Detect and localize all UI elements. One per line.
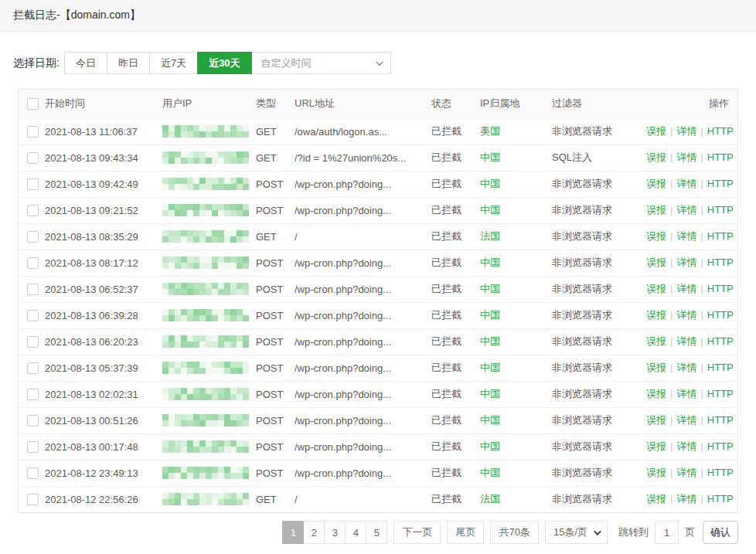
action-separator: | xyxy=(700,414,703,426)
action-link-http[interactable]: HTTP xyxy=(707,414,734,426)
action-separator: | xyxy=(670,125,673,137)
action-link-http[interactable]: HTTP xyxy=(707,204,734,216)
action-link-misreport[interactable]: 误报 xyxy=(646,414,666,426)
action-link-misreport[interactable]: 误报 xyxy=(646,125,666,137)
user-ip-cell xyxy=(162,276,256,302)
action-link-http[interactable]: HTTP xyxy=(707,335,734,347)
action-link-misreport[interactable]: 误报 xyxy=(646,467,666,478)
action-link-detail[interactable]: 详情 xyxy=(676,257,696,268)
next-page-button[interactable]: 下一页 xyxy=(393,521,441,544)
action-link-misreport[interactable]: 误报 xyxy=(646,230,666,242)
date-range-button[interactable]: 今日 xyxy=(64,52,107,74)
blurred-ip xyxy=(162,440,249,453)
action-link-detail[interactable]: 详情 xyxy=(676,283,696,294)
action-separator: | xyxy=(700,440,703,452)
action-link-misreport[interactable]: 误报 xyxy=(646,283,666,294)
row-checkbox[interactable] xyxy=(27,415,39,427)
row-checkbox[interactable] xyxy=(27,152,39,164)
action-link-http[interactable]: HTTP xyxy=(707,362,734,373)
row-checkbox-cell xyxy=(19,144,45,171)
row-actions: 误报|详情|HTTP xyxy=(646,302,737,328)
row-checkbox[interactable] xyxy=(27,441,39,453)
action-link-misreport[interactable]: 误报 xyxy=(646,309,666,321)
action-link-detail[interactable]: 详情 xyxy=(676,440,696,452)
start-time: 2021-08-13 09:21:52 xyxy=(45,197,162,223)
action-link-http[interactable]: HTTP xyxy=(707,388,734,399)
row-checkbox-cell xyxy=(19,486,45,512)
action-link-detail[interactable]: 详情 xyxy=(676,414,696,426)
action-link-detail[interactable]: 详情 xyxy=(676,125,696,137)
action-link-detail[interactable]: 详情 xyxy=(676,335,696,347)
row-checkbox[interactable] xyxy=(27,467,39,479)
action-link-http[interactable]: HTTP xyxy=(707,178,734,189)
start-time: 2021-08-13 00:51:26 xyxy=(45,407,162,433)
row-checkbox[interactable] xyxy=(27,389,39,400)
date-range-button[interactable]: 近30天 xyxy=(197,52,251,74)
action-link-detail[interactable]: 详情 xyxy=(676,151,696,163)
action-separator: | xyxy=(700,125,703,137)
row-checkbox[interactable] xyxy=(27,310,39,321)
page-number-button[interactable]: 3 xyxy=(324,521,346,544)
select-all-cell xyxy=(19,90,45,118)
row-checkbox[interactable] xyxy=(27,126,39,138)
row-checkbox[interactable] xyxy=(27,336,39,348)
action-link-http[interactable]: HTTP xyxy=(707,309,734,321)
select-all-checkbox[interactable] xyxy=(27,98,39,110)
row-checkbox[interactable] xyxy=(27,231,39,243)
action-link-detail[interactable]: 详情 xyxy=(676,388,696,399)
confirm-button[interactable]: 确认 xyxy=(703,521,738,544)
user-ip-cell xyxy=(162,328,256,355)
action-link-detail[interactable]: 详情 xyxy=(676,230,696,242)
row-checkbox[interactable] xyxy=(27,494,39,505)
page-number-button[interactable]: 1 xyxy=(282,521,304,544)
row-checkbox[interactable] xyxy=(27,257,39,269)
action-link-http[interactable]: HTTP xyxy=(707,493,734,505)
action-link-detail[interactable]: 详情 xyxy=(676,467,696,478)
action-link-misreport[interactable]: 误报 xyxy=(646,335,666,347)
action-link-detail[interactable]: 详情 xyxy=(676,178,696,189)
status: 已拦截 xyxy=(431,486,480,512)
date-range-button[interactable]: 近7天 xyxy=(149,52,198,74)
row-checkbox[interactable] xyxy=(27,178,39,190)
page-size-select[interactable]: 15条/页 xyxy=(545,521,608,544)
page-number-button[interactable]: 5 xyxy=(366,521,387,544)
action-link-detail[interactable]: 详情 xyxy=(676,362,696,373)
page-number-button[interactable]: 2 xyxy=(303,521,325,544)
action-link-http[interactable]: HTTP xyxy=(707,230,734,242)
page-number-button[interactable]: 4 xyxy=(345,521,366,544)
row-checkbox[interactable] xyxy=(27,284,39,295)
action-link-misreport[interactable]: 误报 xyxy=(646,178,666,189)
filter-name: 非浏览器请求 xyxy=(552,460,646,486)
action-link-http[interactable]: HTTP xyxy=(707,467,734,478)
request-method: POST xyxy=(256,197,295,223)
custom-time-select[interactable]: 自定义时间 xyxy=(251,52,391,74)
jump-page-input[interactable] xyxy=(655,521,679,544)
action-link-misreport[interactable]: 误报 xyxy=(646,493,666,505)
table-row: 2021-08-13 05:37:39POST/wp-cron.php?doin… xyxy=(19,355,737,381)
action-link-detail[interactable]: 详情 xyxy=(676,204,696,216)
action-separator: | xyxy=(670,335,673,347)
action-separator: | xyxy=(670,230,673,242)
action-link-misreport[interactable]: 误报 xyxy=(646,388,666,399)
status: 已拦截 xyxy=(431,197,480,223)
action-link-http[interactable]: HTTP xyxy=(707,257,734,268)
action-link-misreport[interactable]: 误报 xyxy=(646,257,666,268)
action-link-http[interactable]: HTTP xyxy=(707,283,734,294)
table-row: 2021-08-13 00:17:48POST/wp-cron.php?doin… xyxy=(19,433,737,460)
action-link-misreport[interactable]: 误报 xyxy=(646,151,666,163)
action-link-detail[interactable]: 详情 xyxy=(676,493,696,505)
row-checkbox[interactable] xyxy=(27,362,39,374)
action-link-http[interactable]: HTTP xyxy=(707,151,734,163)
custom-time-select-value: 自定义时间 xyxy=(261,56,312,70)
date-range-button[interactable]: 昨日 xyxy=(107,52,150,74)
action-link-http[interactable]: HTTP xyxy=(707,125,734,137)
action-link-misreport[interactable]: 误报 xyxy=(646,362,666,373)
action-link-detail[interactable]: 详情 xyxy=(676,309,696,321)
action-link-misreport[interactable]: 误报 xyxy=(646,440,666,452)
action-link-http[interactable]: HTTP xyxy=(707,440,734,452)
filter-name: 非浏览器请求 xyxy=(552,433,646,460)
last-page-button[interactable]: 尾页 xyxy=(447,521,484,544)
row-checkbox[interactable] xyxy=(27,205,39,216)
start-time: 2021-08-12 23:49:13 xyxy=(45,460,162,486)
action-link-misreport[interactable]: 误报 xyxy=(646,204,666,216)
